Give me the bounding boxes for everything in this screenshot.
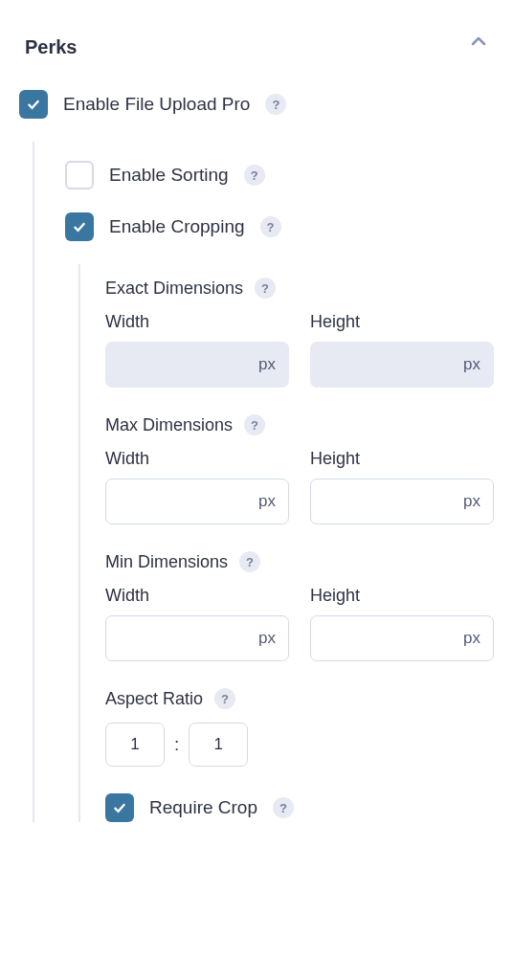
max-width-label: Width (105, 449, 289, 469)
exact-height-input (310, 342, 494, 388)
enable-sorting-checkbox[interactable] (65, 161, 94, 189)
enable-file-upload-pro-row: Enable File Upload Pro ? (19, 90, 494, 119)
min-dimensions-title: Min Dimensions (105, 552, 228, 572)
aspect-ratio-height-input[interactable] (189, 723, 248, 767)
help-icon[interactable]: ? (260, 216, 281, 237)
chevron-up-icon (469, 33, 488, 57)
max-dimensions-title: Max Dimensions (105, 415, 233, 435)
enable-sorting-row: Enable Sorting ? (65, 161, 494, 189)
help-icon[interactable]: ? (273, 797, 294, 818)
exact-height-label: Height (310, 312, 494, 332)
enable-file-upload-pro-checkbox[interactable] (19, 90, 48, 119)
min-height-label: Height (310, 586, 494, 606)
aspect-ratio-width-input[interactable] (105, 723, 165, 767)
enable-sorting-label: Enable Sorting (109, 165, 229, 186)
max-height-label: Height (310, 449, 494, 469)
min-dimensions-group: Min Dimensions ? Width px Height px (105, 551, 494, 661)
exact-dimensions-title: Exact Dimensions (105, 278, 243, 299)
enable-cropping-row: Enable Cropping ? (65, 212, 494, 241)
help-icon[interactable]: ? (214, 688, 235, 709)
require-crop-checkbox[interactable] (105, 793, 134, 822)
exact-width-input (105, 342, 289, 388)
section-title: Perks (25, 36, 78, 58)
max-width-input[interactable] (105, 479, 289, 524)
max-height-input[interactable] (310, 479, 494, 524)
require-crop-label: Require Crop (149, 797, 257, 818)
min-height-input[interactable] (310, 615, 494, 661)
file-upload-options: Enable Sorting ? Enable Cropping ? Exact… (33, 142, 494, 822)
exact-width-label: Width (105, 312, 289, 332)
exact-dimensions-group: Exact Dimensions ? Width px Height px (105, 278, 494, 388)
aspect-ratio-title: Aspect Ratio (105, 689, 203, 709)
enable-file-upload-pro-label: Enable File Upload Pro (63, 94, 250, 115)
enable-cropping-checkbox[interactable] (65, 212, 94, 241)
require-crop-row: Require Crop ? (105, 793, 494, 822)
help-icon[interactable]: ? (255, 278, 276, 299)
aspect-ratio-group: Aspect Ratio ? : (105, 688, 494, 767)
help-icon[interactable]: ? (244, 165, 265, 186)
section-header[interactable]: Perks (19, 15, 494, 90)
help-icon[interactable]: ? (265, 94, 286, 115)
enable-cropping-label: Enable Cropping (109, 216, 245, 237)
cropping-options: Exact Dimensions ? Width px Height px (78, 264, 494, 822)
aspect-ratio-separator: : (174, 734, 179, 755)
min-width-input[interactable] (105, 615, 289, 661)
help-icon[interactable]: ? (239, 551, 260, 572)
max-dimensions-group: Max Dimensions ? Width px Height px (105, 414, 494, 524)
min-width-label: Width (105, 586, 289, 606)
help-icon[interactable]: ? (244, 414, 265, 435)
